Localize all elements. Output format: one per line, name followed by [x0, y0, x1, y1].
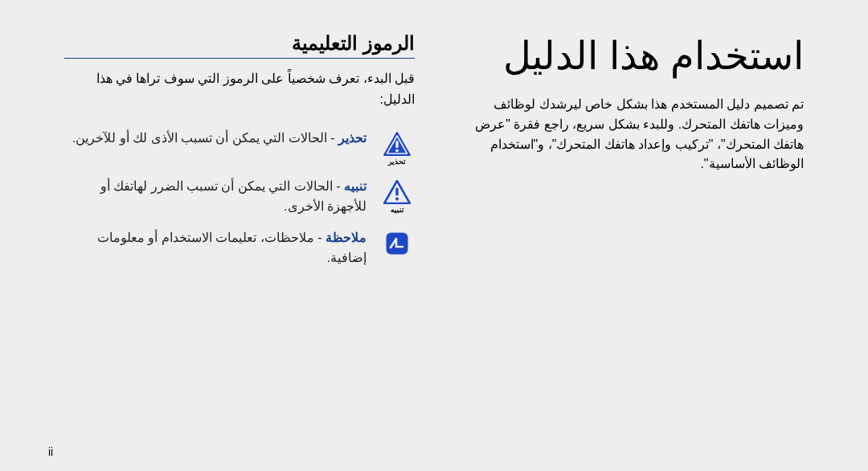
- page-title: استخدام هذا الدليل: [453, 32, 804, 80]
- caution-triangle-icon: [383, 180, 411, 204]
- svg-point-3: [395, 198, 399, 201]
- intro-paragraph: تم تصميم دليل المستخدم هذا بشكل خاص ليرش…: [453, 95, 804, 174]
- icon-caption: تنبيه: [391, 206, 404, 214]
- symbol-label: تنبيه: [344, 179, 366, 193]
- symbol-row-caution: تنبيه تنبيه - الحالات التي يمكن أن تسبب …: [64, 177, 415, 217]
- symbol-row-warning: تحذير تحذير - الحالات التي يمكن أن تسبب …: [64, 129, 415, 166]
- symbol-icon-wrap: [379, 228, 415, 257]
- symbol-text: تنبيه - الحالات التي يمكن أن تسبب الضرر …: [64, 177, 366, 217]
- section-heading: الرموز التعليمية: [64, 32, 415, 59]
- column-left: الرموز التعليمية قبل البدء، تعرف شخصياً …: [0, 0, 434, 471]
- symbol-row-note: ملاحظة - ملاحظات، تعليمات الاستخدام أو م…: [64, 228, 415, 268]
- svg-point-1: [395, 149, 399, 153]
- note-square-icon: [385, 231, 409, 256]
- icon-caption: تحذير: [388, 158, 406, 166]
- svg-rect-0: [395, 141, 398, 148]
- symbol-desc: - الحالات التي يمكن أن تسبب الضرر لهاتفك…: [100, 179, 366, 213]
- warning-triangle-icon: [383, 132, 411, 156]
- symbol-text: تحذير - الحالات التي يمكن أن تسبب الأذى …: [64, 129, 366, 149]
- svg-rect-2: [395, 188, 398, 196]
- symbol-text: ملاحظة - ملاحظات، تعليمات الاستخدام أو م…: [64, 228, 366, 268]
- symbol-label: ملاحظة: [326, 231, 366, 244]
- column-right: استخدام هذا الدليل تم تصميم دليل المستخد…: [434, 0, 868, 471]
- symbol-icon-wrap: تحذير: [379, 129, 415, 166]
- section-intro: قبل البدء، تعرف شخصياً على الرموز التي س…: [64, 68, 415, 109]
- page-number: ii: [48, 445, 53, 458]
- symbol-label: تحذير: [338, 131, 366, 145]
- symbol-icon-wrap: تنبيه: [379, 177, 415, 214]
- symbol-desc: - الحالات التي يمكن أن تسبب الأذى لك أو …: [72, 131, 338, 145]
- manual-page: استخدام هذا الدليل تم تصميم دليل المستخد…: [0, 0, 868, 471]
